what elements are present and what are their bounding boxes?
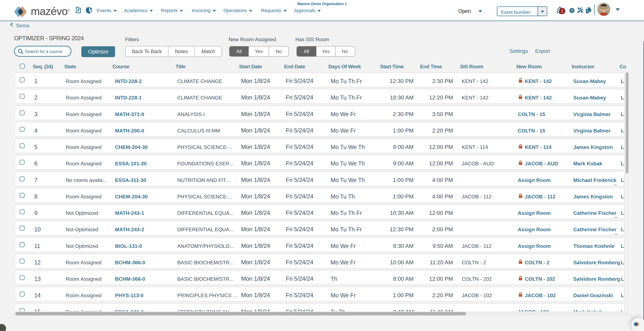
svg-text:?: ? [571, 8, 573, 12]
